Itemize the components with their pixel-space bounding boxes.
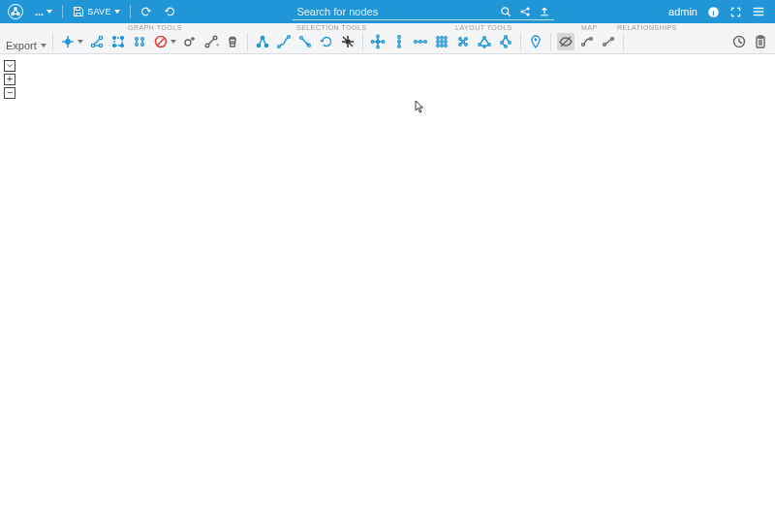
info-icon[interactable]: i xyxy=(707,6,720,18)
svg-point-81 xyxy=(418,41,421,44)
share-icon[interactable] xyxy=(519,6,531,17)
relation-curve-button[interactable] xyxy=(578,33,596,50)
svg-point-88 xyxy=(437,41,439,43)
svg-point-77 xyxy=(397,46,400,48)
relation-hidden-button[interactable] xyxy=(557,33,574,50)
svg-line-109 xyxy=(480,46,483,47)
separator xyxy=(62,5,63,18)
add-link-button[interactable]: + xyxy=(202,33,220,50)
save-label: SAVE xyxy=(87,7,111,16)
branch-button[interactable] xyxy=(88,33,106,50)
cursor-icon xyxy=(415,100,424,115)
expand-selection-button[interactable] xyxy=(109,33,127,50)
collapse-toggle-button[interactable] xyxy=(4,60,16,72)
svg-line-11 xyxy=(524,9,528,11)
svg-point-34 xyxy=(140,38,143,41)
zoom-in-button[interactable]: + xyxy=(4,74,16,85)
add-node-button[interactable] xyxy=(181,33,199,50)
svg-line-100 xyxy=(464,40,465,41)
search-icon[interactable] xyxy=(500,6,512,17)
group-graph-tools: + xyxy=(53,32,247,51)
relation-straight-button[interactable] xyxy=(600,33,617,50)
svg-point-96 xyxy=(458,44,461,47)
map-pin-button[interactable] xyxy=(527,33,544,50)
layout-horizontal-button[interactable] xyxy=(412,33,429,50)
layout-network-button[interactable] xyxy=(476,33,493,50)
fullscreen-icon[interactable] xyxy=(729,6,742,18)
svg-point-89 xyxy=(441,41,443,43)
app-logo[interactable] xyxy=(4,2,27,21)
redo-button[interactable] xyxy=(160,2,179,21)
svg-point-18 xyxy=(66,40,70,44)
username[interactable]: admin xyxy=(668,6,698,17)
svg-line-12 xyxy=(524,12,528,14)
svg-point-120 xyxy=(581,44,584,47)
clear-button[interactable] xyxy=(152,33,177,50)
svg-line-99 xyxy=(461,40,462,41)
svg-point-97 xyxy=(464,44,467,47)
svg-point-91 xyxy=(437,45,439,47)
layout-vertical-button[interactable] xyxy=(390,33,408,50)
delete-button[interactable] xyxy=(224,33,241,50)
clipboard-button[interactable] xyxy=(752,33,769,50)
svg-point-95 xyxy=(464,38,467,41)
group-right xyxy=(725,32,775,51)
menu-icon[interactable] xyxy=(752,5,765,18)
svg-point-70 xyxy=(382,41,384,43)
svg-point-80 xyxy=(414,41,417,44)
svg-line-46 xyxy=(208,39,213,44)
svg-point-94 xyxy=(458,38,461,41)
upload-icon[interactable] xyxy=(539,6,550,17)
undo-icon xyxy=(140,6,152,17)
export-button[interactable]: Export xyxy=(0,40,52,51)
svg-line-53 xyxy=(260,39,262,45)
svg-line-101 xyxy=(461,43,462,44)
ungroup-button[interactable] xyxy=(131,33,148,50)
undo-button[interactable] xyxy=(137,2,156,21)
history-button[interactable] xyxy=(730,33,748,50)
svg-point-82 xyxy=(423,41,426,44)
select-downstream-button[interactable] xyxy=(296,33,314,50)
svg-line-127 xyxy=(739,42,742,44)
more-menu[interactable]: ... xyxy=(31,2,56,21)
svg-point-36 xyxy=(140,44,143,47)
svg-point-33 xyxy=(135,38,138,41)
group-layout-tools xyxy=(363,32,520,51)
select-connected-button[interactable] xyxy=(254,33,271,50)
refresh-selection-button[interactable] xyxy=(318,33,335,50)
svg-point-45 xyxy=(213,36,217,40)
save-button[interactable]: SAVE xyxy=(69,2,124,21)
zoom-out-button[interactable]: − xyxy=(4,87,16,99)
svg-point-86 xyxy=(441,37,443,39)
layout-radial-button[interactable] xyxy=(369,33,387,50)
svg-text:i: i xyxy=(712,8,714,16)
svg-point-105 xyxy=(488,44,490,46)
svg-line-54 xyxy=(264,39,265,45)
svg-line-7 xyxy=(508,13,511,16)
select-path-button[interactable] xyxy=(275,33,293,50)
svg-point-104 xyxy=(483,37,485,39)
svg-point-98 xyxy=(461,41,464,44)
svg-point-90 xyxy=(445,41,447,43)
search-field[interactable] xyxy=(293,4,554,20)
layout-tree-button[interactable] xyxy=(497,33,514,50)
svg-point-32 xyxy=(120,45,123,47)
svg-point-25 xyxy=(99,44,102,47)
svg-line-40 xyxy=(157,38,165,46)
svg-point-41 xyxy=(185,40,191,46)
svg-point-93 xyxy=(445,45,447,47)
layout-cluster-button[interactable] xyxy=(454,33,472,50)
svg-point-44 xyxy=(205,44,209,47)
svg-point-103 xyxy=(479,44,480,46)
svg-line-108 xyxy=(484,39,488,44)
svg-point-92 xyxy=(441,45,443,47)
search-input[interactable] xyxy=(293,4,496,19)
center-node-button[interactable] xyxy=(59,33,84,50)
clear-selection-button[interactable] xyxy=(339,33,356,50)
redo-icon xyxy=(164,6,175,17)
layout-grid-button[interactable] xyxy=(433,33,450,50)
svg-point-29 xyxy=(112,37,115,40)
svg-point-6 xyxy=(502,7,509,14)
svg-text:+: + xyxy=(216,42,219,48)
svg-line-124 xyxy=(605,40,611,44)
